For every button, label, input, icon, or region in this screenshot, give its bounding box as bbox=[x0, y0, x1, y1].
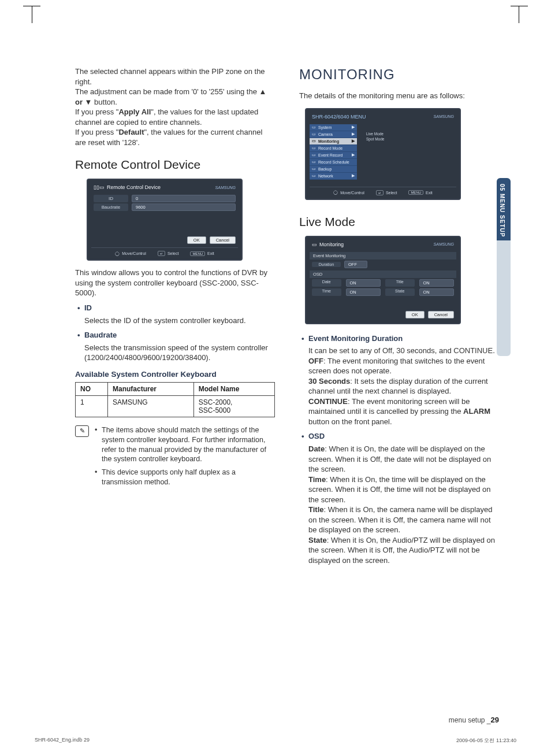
section-osd: OSD bbox=[310, 270, 456, 278]
menu-item-record-schedule[interactable]: ▭Record Schedule bbox=[310, 159, 357, 166]
submenu-spot[interactable]: Spot Mode bbox=[365, 136, 385, 142]
osd-title: OSD bbox=[308, 431, 499, 442]
ok-button[interactable]: OK bbox=[187, 236, 206, 244]
baudrate-label: Baudrate bbox=[94, 203, 128, 211]
monitoring-heading: MONITORING bbox=[299, 66, 499, 83]
brand-label: SAMSUNG bbox=[434, 242, 454, 246]
osd-state-val[interactable]: ON bbox=[419, 288, 455, 296]
menu-item-system[interactable]: ▭System▶ bbox=[310, 124, 357, 131]
enter-icon: ↵ bbox=[158, 251, 165, 256]
monitor-icon: ▭ bbox=[312, 242, 317, 247]
menu-item-network[interactable]: ▭Network▶ bbox=[310, 173, 357, 180]
item-baudrate-title: Baudrate bbox=[84, 330, 275, 340]
rcd-desc: This window allows you to control the fu… bbox=[75, 268, 275, 298]
list-item: ID Selects the ID of the system controll… bbox=[75, 303, 275, 325]
menu-item-record-mode[interactable]: ▭Record Mode bbox=[310, 145, 357, 152]
baudrate-value[interactable]: 9600 bbox=[132, 203, 236, 211]
menu-ui-title: SHR-6042/6040 MENU bbox=[312, 114, 366, 120]
menu-key: MENU bbox=[190, 251, 205, 256]
right-column: MONITORING The details of the monitoring… bbox=[299, 66, 499, 721]
side-tab-label: 05 MENU SETUP bbox=[499, 184, 505, 237]
monitoring-intro: The details of the monitoring menu are a… bbox=[299, 91, 499, 101]
id-value[interactable]: 0 bbox=[132, 195, 236, 202]
brand-label: SAMSUNG bbox=[215, 186, 236, 190]
move-icon: ◯ bbox=[333, 190, 338, 195]
remote-icon: ▯▯▭ bbox=[94, 184, 105, 190]
cancel-button[interactable]: Cancel bbox=[428, 311, 454, 318]
list-item: OSD Date: When it is On, the date will b… bbox=[299, 431, 499, 565]
menu-item-backup[interactable]: ▭Backup bbox=[310, 166, 357, 173]
osd-title-val[interactable]: ON bbox=[419, 279, 455, 287]
live-ui-title: Monitoring bbox=[319, 242, 344, 247]
menu-item-monitoring[interactable]: ▭Monitoring▶ bbox=[310, 138, 357, 145]
intro-p1: The selected channel appears within the … bbox=[75, 66, 275, 87]
cancel-button[interactable]: Cancel bbox=[210, 236, 236, 244]
note-2: This device supports only half duplex as… bbox=[95, 468, 275, 487]
menu-item-camera[interactable]: ▭Camera▶ bbox=[310, 131, 357, 138]
osd-time-val[interactable]: ON bbox=[346, 288, 381, 296]
intro-p2: The adjustment can be made from '0' to '… bbox=[75, 87, 275, 107]
left-column: The selected channel appears within the … bbox=[75, 66, 275, 721]
menu-key: MENU bbox=[408, 190, 423, 195]
brand-label: SAMSUNG bbox=[434, 114, 454, 118]
submenu: Live Mode Spot Mode bbox=[364, 130, 386, 143]
available-heading: Available System Controller Keyboard bbox=[75, 370, 275, 379]
ok-button[interactable]: OK bbox=[405, 311, 425, 318]
remote-control-heading: Remote Control Device bbox=[75, 158, 275, 172]
print-footer: SHR-6042_Eng.indb 29 2009-06-05 오전 11:23… bbox=[35, 737, 516, 744]
enter-icon: ↵ bbox=[376, 190, 384, 195]
intro-p3: If you press "Apply All", the values for… bbox=[75, 107, 275, 127]
menu-item-event-record[interactable]: ▭Event Record▶ bbox=[310, 152, 357, 159]
note-icon: ✎ bbox=[75, 425, 89, 437]
item-id-title: ID bbox=[84, 303, 275, 313]
id-label: ID bbox=[94, 195, 128, 202]
page-footer: menu setup _29 bbox=[449, 716, 499, 724]
event-duration-title: Event Monitoring Duration bbox=[308, 333, 499, 344]
item-id-desc: Selects the ID of the system controller … bbox=[84, 316, 275, 326]
duration-val[interactable]: OFF bbox=[344, 261, 367, 268]
osd-date-val[interactable]: ON bbox=[346, 279, 381, 287]
note-1: The items above should match the setting… bbox=[95, 425, 275, 465]
list-item: Baudrate Selects the transmission speed … bbox=[75, 330, 275, 363]
live-mode-heading: Live Mode bbox=[299, 215, 499, 229]
section-event-monitoring: Event Monitoring bbox=[310, 252, 456, 260]
table-row: 1 SAMSUNG SSC-2000, SSC-5000 bbox=[76, 395, 275, 417]
list-item: Event Monitoring Duration It can be set … bbox=[299, 333, 499, 427]
live-mode-ui: ▭ Monitoring SAMSUNG Event Monitoring Du… bbox=[305, 236, 461, 324]
remote-control-ui: ▯▯▭ Remote Control Device SAMSUNG ID 0 B… bbox=[87, 179, 243, 261]
monitoring-menu-ui: SHR-6042/6040 MENU SAMSUNG ▭System▶ ▭Cam… bbox=[305, 108, 461, 200]
item-baudrate-desc: Selects the transmission speed of the sy… bbox=[84, 343, 275, 363]
duration-label: Duration bbox=[312, 262, 341, 267]
rcd-ui-title: Remote Control Device bbox=[107, 184, 161, 190]
intro-p4: If you press "Default", the values for t… bbox=[75, 127, 275, 147]
submenu-live[interactable]: Live Mode bbox=[365, 131, 385, 136]
keyboard-table: NO Manufacturer Model Name 1 SAMSUNG SSC… bbox=[75, 382, 275, 417]
move-icon: ◯ bbox=[115, 251, 120, 256]
